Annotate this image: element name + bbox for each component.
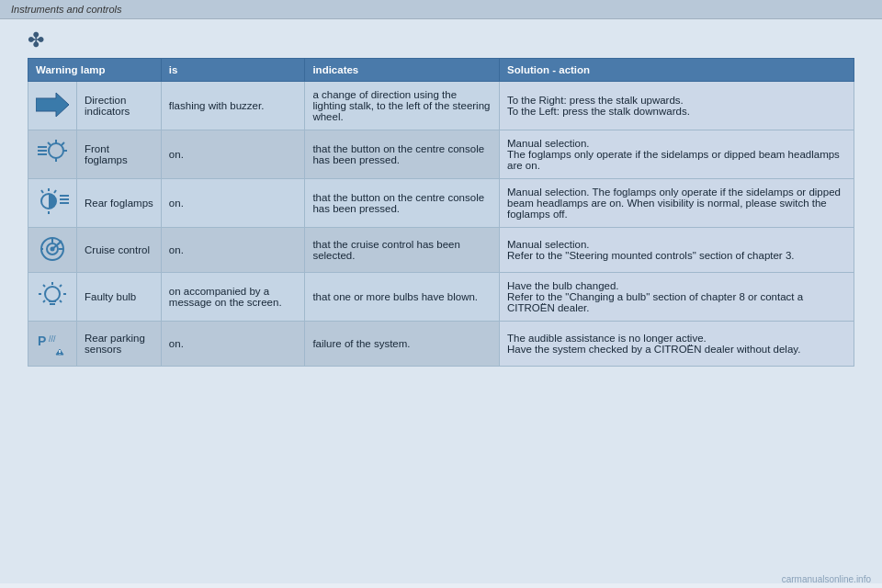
table-row: Faulty bulb on accompanied by a message … [28,273,854,322]
lamp-name-cell: Cruise control [77,228,162,273]
rear-foglamps-icon [36,188,69,216]
is-cell: flashing with buzzer. [161,82,305,130]
lamp-name-cell: Rear parking sensors [77,322,162,367]
solution-cell: To the Right: press the stalk upwards.To… [500,82,854,130]
lamp-name-cell: Front foglamps [77,130,162,179]
indicates-cell: that the cruise control has been selecte… [305,228,500,273]
chapter-title: Instruments and controls [11,4,121,15]
lamp-icon-cell [28,82,77,130]
svg-text:P: P [38,334,46,348]
table-row: Rear foglamps on. that the button on the… [28,179,854,228]
indicates-cell: that the button on the centre console ha… [305,130,500,179]
svg-line-17 [41,190,43,193]
rear-parking-icon: P /// [36,329,69,356]
indicates-cell: that the button on the centre console ha… [305,179,500,228]
solution-value: Manual selection. The foglamps only oper… [507,187,841,220]
lamp-label: Direction indicators [85,95,130,117]
warning-lamp-table: Warning lamp is indicates Solution - act… [28,58,854,367]
lamp-label: Cruise control [85,244,150,255]
is-cell: on. [161,228,305,273]
is-value: on. [169,338,184,349]
col-indicates: indicates [305,59,500,82]
svg-marker-0 [36,93,69,117]
solution-cell: The audible assistance is no longer acti… [500,322,854,367]
lamp-label: Front foglamps [85,143,128,165]
svg-line-35 [43,300,45,302]
svg-line-30 [60,285,62,287]
svg-line-31 [43,285,45,287]
table-row: P /// Rear parking sensors on. failure o… [28,322,854,367]
col-warning-lamp: Warning lamp [28,59,162,82]
table-row: Front foglamps on. that the button on th… [28,130,854,179]
lamp-icon-cell [28,228,77,273]
indicates-value: that the button on the centre console ha… [312,192,484,214]
faulty-bulb-icon [36,282,69,310]
direction-indicator-icon [36,91,69,119]
is-value: on accompanied by a message on the scree… [169,286,282,308]
lamp-icon-cell [28,130,77,179]
lamp-name-cell: Rear foglamps [77,179,162,228]
table-header-row: Warning lamp is indicates Solution - act… [28,59,854,82]
cruise-control-icon [36,235,69,263]
svg-line-9 [48,142,51,145]
page-header: Instruments and controls [0,0,882,19]
is-value: on. [169,149,184,160]
solution-cell: Manual selection.Refer to the "Steering … [500,228,854,273]
solution-value: Manual selection.Refer to the "Steering … [507,239,794,261]
svg-line-34 [60,300,62,302]
indicates-cell: a change of direction using the lighting… [305,82,500,130]
is-value: on. [169,198,184,209]
indicates-cell: failure of the system. [305,322,500,367]
page-icon: ✤ [28,28,854,52]
solution-cell: Manual selection.The foglamps only opera… [500,130,854,179]
indicates-cell: that one or more bulbs have blown. [305,273,500,322]
solution-cell: Manual selection. The foglamps only oper… [500,179,854,228]
solution-value: Have the bulb changed.Refer to the "Chan… [507,280,803,313]
indicates-value: that one or more bulbs have blown. [312,291,478,302]
indicates-value: that the button on the centre console ha… [312,143,484,165]
lamp-name-cell: Direction indicators [77,82,162,130]
svg-line-15 [54,190,56,193]
table-row: Direction indicators flashing with buzze… [28,82,854,130]
lamp-icon-cell: P /// [28,322,77,367]
svg-point-4 [49,143,63,158]
lamp-icon-cell [28,179,77,228]
lamp-label: Faulty bulb [85,291,136,302]
lamp-icon-cell [28,273,77,322]
col-solution: Solution - action [500,59,854,82]
lamp-label: Rear foglamps [85,198,153,209]
is-value: on. [169,244,184,255]
svg-point-26 [45,287,60,301]
solution-value: Manual selection.The foglamps only opera… [507,138,840,171]
solution-value: The audible assistance is no longer acti… [507,333,800,355]
col-is: is [161,59,305,82]
solution-value: To the Right: press the stalk upwards.To… [507,95,690,117]
is-cell: on. [161,322,305,367]
lamp-name-cell: Faulty bulb [77,273,162,322]
indicates-value: a change of direction using the lighting… [312,89,490,122]
solution-cell: Have the bulb changed.Refer to the "Chan… [500,273,854,322]
table-row: Cruise control on. that the cruise contr… [28,228,854,273]
is-cell: on. [161,179,305,228]
is-cell: on. [161,130,305,179]
front-foglamps-icon [36,140,69,167]
svg-text:///: /// [49,334,56,344]
is-cell: on accompanied by a message on the scree… [161,273,305,322]
page-container: ✤ Warning lamp is indicates Solution - a… [0,19,882,583]
indicates-value: that the cruise control has been selecte… [312,239,459,261]
indicates-value: failure of the system. [312,338,410,349]
lamp-label: Rear parking sensors [85,333,145,355]
is-value: flashing with buzzer. [169,100,265,111]
watermark: carmanualsonline.info [782,574,871,583]
svg-line-6 [62,142,64,145]
